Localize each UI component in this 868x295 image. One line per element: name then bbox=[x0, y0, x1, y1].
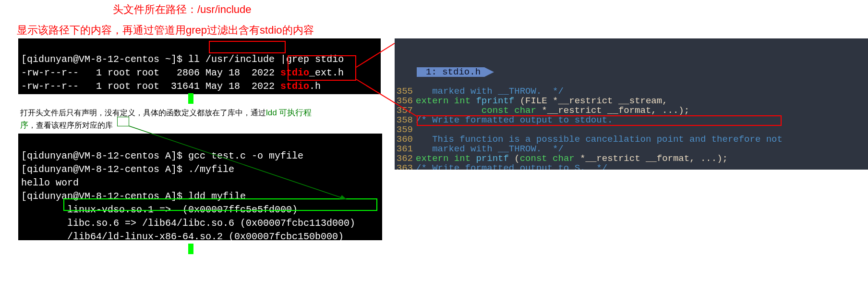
cmd: gcc test.c -o myfile bbox=[188, 150, 303, 161]
output: _ext.h bbox=[309, 67, 344, 78]
code-line: 362extern int printf (const char *__rest… bbox=[395, 154, 868, 163]
annotation-header-desc: 显示该路径下的内容，再通过管道用grep过滤出含有stdio的内容 bbox=[17, 23, 314, 38]
tab-stdio-h[interactable]: 1: stdio.h bbox=[417, 67, 484, 77]
code-text: This function is a possible cancellation… bbox=[416, 135, 868, 144]
output: .h bbox=[309, 81, 321, 92]
line-number: 359 bbox=[395, 125, 416, 135]
code-text: extern int fprintf (FILE *__restrict __s… bbox=[416, 96, 868, 106]
prompt: [qidunyan@VM-8-12-centos A]$ bbox=[21, 150, 188, 161]
line-number: 355 bbox=[395, 86, 416, 96]
line-number: 360 bbox=[395, 135, 416, 144]
annotation-lib: 库 bbox=[105, 121, 113, 129]
annotation-text: 序 bbox=[20, 121, 28, 130]
prompt: [qidunyan@VM-8-12-centos ~]$ bbox=[21, 54, 188, 65]
line-number: 358 bbox=[395, 115, 416, 125]
code-text: /* Write formatted output to S. */ bbox=[416, 163, 868, 170]
cursor-icon bbox=[188, 93, 193, 104]
line-number: 356 bbox=[395, 96, 416, 106]
line-number: 357 bbox=[395, 106, 416, 115]
code-line: 359 bbox=[395, 125, 868, 135]
cmd-part: |grep stdio bbox=[275, 54, 344, 65]
cmd-part: ll bbox=[188, 54, 205, 65]
tab-bar: 1: stdio.h bbox=[395, 58, 868, 67]
cursor-icon bbox=[188, 244, 193, 254]
output: libc.so.6 => /lib64/libc.so.6 (0x00007fc… bbox=[21, 218, 355, 229]
annotation-text: 打开头文件后只有声明，没有定义，具体的函数定义都放在了库中，通过 bbox=[20, 109, 266, 117]
code-text: extern int printf (const char *__restric… bbox=[416, 154, 868, 163]
output: hello word bbox=[21, 177, 79, 188]
code-line: 361 marked with __THROW. */ bbox=[395, 144, 868, 154]
output: linux-vdso.so.1 => (0x00007ffc5e5fd000) bbox=[21, 204, 298, 215]
code-line: 357 const char *__restrict __format, ...… bbox=[395, 106, 868, 115]
terminal-2[interactable]: [qidunyan@VM-8-12-centos A]$ gcc test.c … bbox=[18, 134, 382, 240]
prompt: [qidunyan@VM-8-12-centos A]$ bbox=[21, 191, 188, 202]
cmd: ./myfile bbox=[188, 164, 234, 175]
code-text: const char *__restrict __format, ...); bbox=[416, 106, 868, 115]
code-text bbox=[416, 125, 868, 135]
cmd-path: /usr/include bbox=[205, 54, 275, 65]
output: /lib64/ld-linux-x86-64.so.2 (0x00007fcbc… bbox=[21, 231, 344, 242]
code-text: /* Write formatted output to stdout. bbox=[416, 115, 868, 125]
annotation-header-path: 头文件所在路径：/usr/include bbox=[113, 2, 252, 17]
output: -rw-r--r-- 1 root root 31641 May 18 2022 bbox=[21, 81, 280, 92]
code-text: marked with __THROW. */ bbox=[416, 86, 868, 96]
line-number: 362 bbox=[395, 154, 416, 163]
prompt: [qidunyan@VM-8-12-centos A]$ bbox=[21, 164, 188, 175]
code-line: 360 This function is a possible cancella… bbox=[395, 135, 868, 144]
code-line: 355 marked with __THROW. */ bbox=[395, 86, 868, 96]
output: -rw-r--r-- 1 root root 2806 May 18 2022 bbox=[21, 67, 280, 78]
annotation-text: ，查看该程序所对应的 bbox=[28, 121, 105, 129]
code-text: marked with __THROW. */ bbox=[416, 144, 868, 154]
prompt: [qidunyan@VM-8-12-centos A]$ bbox=[21, 245, 188, 256]
cmd: ldd myfile bbox=[188, 191, 246, 202]
code-line: 356extern int fprintf (FILE *__restrict … bbox=[395, 96, 868, 106]
terminal-1[interactable]: [qidunyan@VM-8-12-centos ~]$ ll /usr/inc… bbox=[18, 38, 381, 94]
annotation-middle: 打开头文件后只有声明，没有定义，具体的函数定义都放在了库中，通过ldd 可执行程… bbox=[20, 107, 356, 131]
match-stdio: stdio bbox=[280, 67, 309, 78]
match-stdio: stdio bbox=[280, 81, 309, 92]
code-line: 363/* Write formatted output to S. */ bbox=[395, 163, 868, 170]
line-number: 363 bbox=[395, 163, 416, 170]
code-line: 358/* Write formatted output to stdout. bbox=[395, 115, 868, 125]
code-editor[interactable]: 1: stdio.h 355 marked with __THROW. */35… bbox=[395, 38, 868, 170]
line-number: 361 bbox=[395, 144, 416, 154]
annotation-ldd: ldd 可执行程 bbox=[266, 108, 312, 117]
prompt: [qidunyan@VM-8-12-centos ~]$ bbox=[21, 94, 188, 105]
